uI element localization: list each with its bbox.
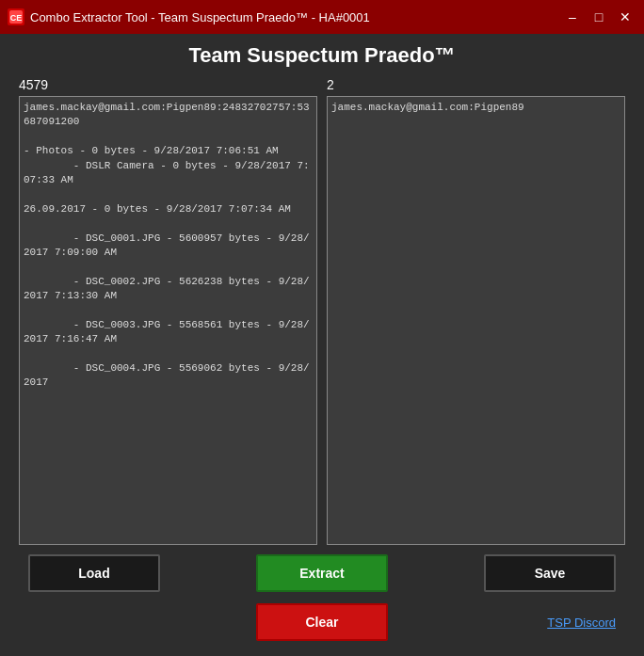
right-panel-count: 2 xyxy=(327,77,625,92)
clear-button[interactable]: Clear xyxy=(256,603,388,641)
minimize-button[interactable]: – xyxy=(561,7,584,27)
load-button[interactable]: Load xyxy=(28,554,160,592)
app-icon: CE xyxy=(8,8,24,25)
extract-button[interactable]: Extract xyxy=(256,554,388,592)
right-panel-container: 2 xyxy=(327,77,625,545)
maximize-button[interactable]: □ xyxy=(588,7,610,27)
left-panel-count: 4579 xyxy=(19,77,317,92)
title-bar-left: CE Combo Extractor Tool - Team Suspectum… xyxy=(8,8,370,25)
left-panel-container: 4579 xyxy=(19,77,317,545)
save-button[interactable]: Save xyxy=(484,554,616,592)
app-content: Team Suspectum Praedo™ 4579 2 Load Extra… xyxy=(0,34,644,656)
left-text-panel[interactable] xyxy=(19,96,317,545)
window-title: Combo Extractor Tool - Team Suspectum Pr… xyxy=(30,10,370,24)
svg-text:CE: CE xyxy=(10,13,23,23)
title-bar: CE Combo Extractor Tool - Team Suspectum… xyxy=(0,0,644,34)
app-title: Team Suspectum Praedo™ xyxy=(19,43,625,68)
main-buttons-row: Load Extract Save xyxy=(19,554,625,592)
right-text-panel[interactable] xyxy=(327,96,625,545)
panels-row: 4579 2 xyxy=(19,77,625,545)
window-controls: – □ ✕ xyxy=(561,7,636,27)
discord-link[interactable]: TSP Discord xyxy=(547,616,616,630)
close-button[interactable]: ✕ xyxy=(614,7,636,27)
bottom-row: Clear TSP Discord xyxy=(19,600,625,647)
